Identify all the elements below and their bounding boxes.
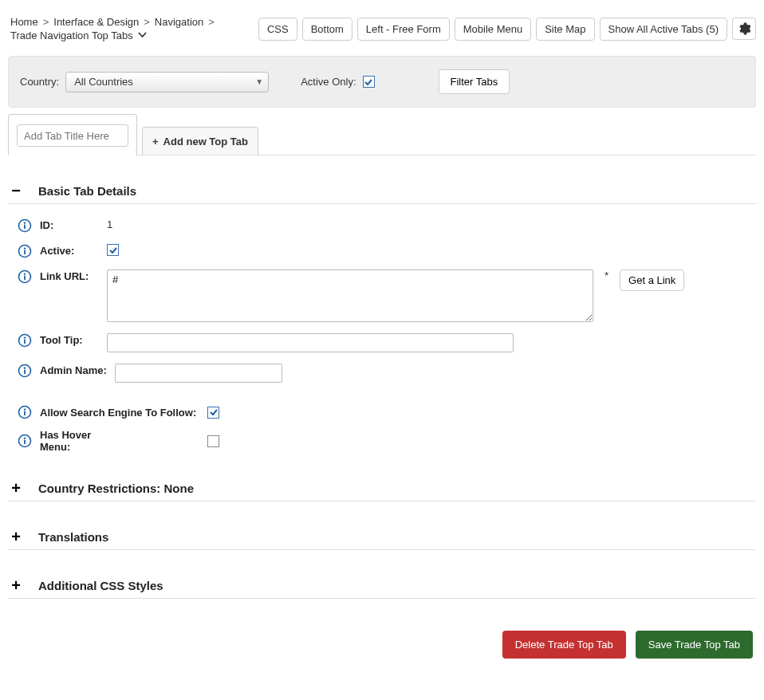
breadcrumb-sep: > bbox=[207, 16, 215, 28]
section-translations-header[interactable]: + Translations bbox=[8, 529, 756, 550]
info-icon[interactable] bbox=[18, 434, 32, 448]
footer-actions: Delete Trade Top Tab Save Trade Top Tab bbox=[8, 631, 756, 659]
show-active-tabs-button[interactable]: Show All Active Tabs (5) bbox=[600, 18, 728, 41]
country-select-value: All Countries bbox=[74, 76, 133, 88]
breadcrumb-interface[interactable]: Interface & Design bbox=[51, 16, 141, 28]
tooltip-label: Tool Tip: bbox=[40, 333, 99, 346]
breadcrumb-sep: > bbox=[42, 16, 50, 28]
breadcrumb-current[interactable]: Trade Navigation Top Tabs bbox=[8, 29, 149, 41]
mobile-menu-button[interactable]: Mobile Menu bbox=[455, 18, 531, 41]
settings-button[interactable] bbox=[732, 18, 756, 40]
breadcrumb-navigation[interactable]: Navigation bbox=[152, 16, 206, 28]
dropdown-icon: ▼ bbox=[255, 77, 263, 86]
bottom-button[interactable]: Bottom bbox=[302, 18, 352, 41]
hover-menu-label: Has Hover Menu: bbox=[40, 429, 116, 453]
section-country-title: Country Restrictions: None bbox=[38, 482, 194, 495]
filter-tabs-button[interactable]: Filter Tabs bbox=[439, 69, 510, 94]
hover-menu-checkbox[interactable] bbox=[207, 435, 219, 447]
collapse-icon: − bbox=[8, 183, 24, 199]
section-basic-header[interactable]: − Basic Tab Details bbox=[8, 183, 756, 204]
country-label: Country: bbox=[20, 76, 59, 88]
allow-search-label: Allow Search Engine To Follow: bbox=[40, 407, 199, 419]
tabstrip: + Add new Top Tab bbox=[8, 114, 756, 155]
breadcrumb-sep: > bbox=[143, 16, 151, 28]
add-top-tab-button[interactable]: + Add new Top Tab bbox=[142, 127, 258, 155]
tooltip-input[interactable] bbox=[107, 333, 514, 352]
active-only-label: Active Only: bbox=[301, 76, 356, 88]
tab-title-input[interactable] bbox=[17, 124, 128, 147]
expand-icon: + bbox=[8, 577, 24, 593]
gear-icon bbox=[738, 22, 750, 35]
section-basic: − Basic Tab Details ID: 1 Active: Link U… bbox=[8, 183, 756, 453]
admin-name-input[interactable] bbox=[115, 364, 282, 383]
site-map-button[interactable]: Site Map bbox=[536, 18, 594, 41]
id-value: 1 bbox=[107, 218, 112, 230]
info-icon[interactable] bbox=[18, 364, 32, 378]
toolbar: CSS Bottom Left - Free Form Mobile Menu … bbox=[258, 18, 756, 41]
filter-bar: Country: All Countries ▼ Active Only: Fi… bbox=[8, 56, 756, 108]
link-url-label: Link URL: bbox=[40, 269, 99, 282]
link-url-input[interactable] bbox=[107, 269, 593, 322]
admin-name-label: Admin Name: bbox=[40, 364, 107, 376]
check-icon bbox=[209, 407, 219, 417]
add-top-tab-label: Add new Top Tab bbox=[163, 136, 248, 147]
chevron-down-icon bbox=[138, 29, 147, 41]
left-freeform-button[interactable]: Left - Free Form bbox=[357, 18, 450, 41]
plus-icon: + bbox=[152, 136, 159, 147]
active-only-checkbox[interactable] bbox=[363, 76, 375, 88]
info-icon[interactable] bbox=[18, 269, 32, 284]
section-country: + Country Restrictions: None bbox=[8, 480, 756, 501]
country-select[interactable]: All Countries ▼ bbox=[65, 72, 269, 92]
section-country-header[interactable]: + Country Restrictions: None bbox=[8, 480, 756, 501]
breadcrumb-home[interactable]: Home bbox=[8, 16, 41, 28]
section-styles: + Additional CSS Styles bbox=[8, 577, 756, 599]
expand-icon: + bbox=[8, 480, 24, 496]
info-icon[interactable] bbox=[18, 244, 32, 258]
section-basic-title: Basic Tab Details bbox=[38, 184, 136, 198]
breadcrumb: Home > Interface & Design > Navigation >… bbox=[8, 16, 258, 41]
info-icon[interactable] bbox=[18, 333, 32, 348]
active-label: Active: bbox=[40, 244, 99, 257]
section-translations: + Translations bbox=[8, 529, 756, 550]
expand-icon: + bbox=[8, 529, 24, 545]
info-icon[interactable] bbox=[18, 405, 32, 419]
section-translations-title: Translations bbox=[38, 530, 108, 544]
breadcrumb-current-label: Trade Navigation Top Tabs bbox=[10, 29, 133, 41]
check-icon bbox=[108, 246, 118, 255]
delete-button[interactable]: Delete Trade Top Tab bbox=[502, 631, 626, 659]
active-checkbox[interactable] bbox=[107, 244, 119, 256]
info-icon[interactable] bbox=[18, 218, 32, 233]
required-mark: * bbox=[601, 269, 612, 281]
css-button[interactable]: CSS bbox=[258, 18, 297, 41]
section-styles-header[interactable]: + Additional CSS Styles bbox=[8, 577, 756, 599]
get-link-button[interactable]: Get a Link bbox=[620, 269, 684, 291]
save-button[interactable]: Save Trade Top Tab bbox=[636, 631, 753, 659]
id-label: ID: bbox=[40, 218, 99, 231]
section-styles-title: Additional CSS Styles bbox=[38, 579, 163, 592]
check-icon bbox=[364, 77, 373, 87]
allow-search-checkbox[interactable] bbox=[207, 407, 219, 419]
tab-current[interactable] bbox=[8, 114, 137, 155]
